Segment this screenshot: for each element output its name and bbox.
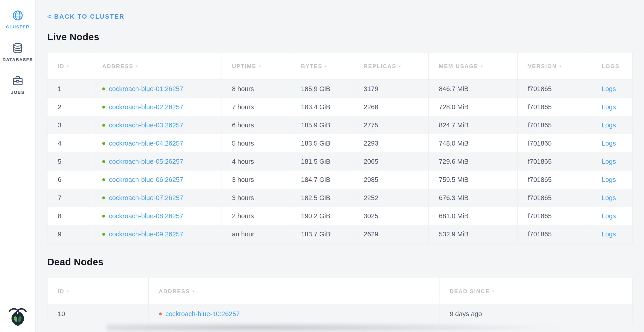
cell-bytes: 181.5 GiB [291,152,354,171]
column-header-label: ADDRESS [102,63,134,69]
live-status-dot-icon [102,142,105,145]
sidebar: CLUSTER DATABASES [0,0,36,332]
cell-value: 2629 [364,231,378,238]
table-row: 2cockroach-blue-02:262577 hours183.4 GiB… [47,98,633,116]
cell-id: 1 [47,80,92,98]
cell-value: 3179 [364,85,378,93]
logs-link[interactable]: Logs [602,194,616,202]
column-header-label: ID [58,288,64,295]
cell-value: 9 [58,231,61,238]
cell-mem: 759.5 MiB [428,171,518,189]
node-address-link[interactable]: cockroach-blue-02:26257 [109,103,183,111]
column-header-id[interactable]: ID▾ [47,278,148,305]
column-header-address[interactable]: ADDRESS▾ [92,53,222,79]
cell-version: f701865 [518,225,592,243]
cell-value: 1 [58,85,61,93]
dead-nodes-table: ID▾ADDRESS▾DEAD SINCE▾10cockroach-blue-1… [47,278,633,323]
sidebar-item-databases[interactable]: DATABASES [0,42,36,62]
logs-link[interactable]: Logs [602,85,616,93]
cell-bytes: 184.7 GiB [291,171,354,189]
table-row: 1cockroach-blue-01:262578 hours185.9 GiB… [47,80,633,98]
column-header-mem[interactable]: MEM USAGE▾ [428,53,518,79]
cell-value: 10 [58,310,65,318]
node-address-link[interactable]: cockroach-blue-10:26257 [166,310,240,318]
node-address-link[interactable]: cockroach-blue-09:26257 [109,231,183,238]
cell-address: cockroach-blue-10:26257 [148,305,440,323]
cell-value: 3 hours [232,194,254,202]
logs-link[interactable]: Logs [602,176,616,183]
sidebar-item-label: JOBS [11,90,24,95]
node-address-link[interactable]: cockroach-blue-08:26257 [109,212,183,220]
cell-value: 184.7 GiB [301,176,330,183]
sort-arrow-icon: ▾ [67,64,69,68]
sidebar-item-cluster[interactable]: CLUSTER [0,9,36,29]
cockroachdb-bug-logo[interactable] [8,307,28,326]
sidebar-item-jobs[interactable]: JOBS [0,74,36,95]
table-header-row: ID▾ADDRESS▾DEAD SINCE▾ [47,278,633,305]
logs-link[interactable]: Logs [602,212,616,220]
node-address-link[interactable]: cockroach-blue-05:26257 [109,158,183,165]
cell-value: f701865 [528,176,552,183]
cell-replicas: 2629 [353,225,428,243]
cell-value: 5 hours [232,140,254,147]
cell-value: 2775 [364,121,378,129]
sort-arrow-icon: ▾ [492,289,494,293]
cell-address: cockroach-blue-04:26257 [92,134,222,152]
cell-value: 2 hours [232,212,254,220]
live-status-dot-icon [102,124,105,127]
main-content: < BACK TO CLUSTER Live Nodes ID▾ADDRESS▾… [36,0,644,323]
logs-link[interactable]: Logs [602,103,616,111]
column-header-uptime[interactable]: UPTIME▾ [222,53,291,79]
column-header-dead_since[interactable]: DEAD SINCE▾ [440,278,633,305]
column-header-label: REPLICAS [364,63,396,69]
node-address-link[interactable]: cockroach-blue-03:26257 [109,121,183,129]
column-header-bytes[interactable]: BYTES▾ [291,53,354,79]
cell-id: 3 [47,116,92,134]
cell-id: 5 [47,152,92,171]
cell-value: f701865 [528,103,552,111]
cell-value: 4 hours [232,158,254,165]
cell-address: cockroach-blue-03:26257 [92,116,222,134]
cell-logs: Logs [591,134,633,152]
cell-value: 9 days ago [450,310,482,318]
logs-link[interactable]: Logs [602,140,616,147]
column-header-address[interactable]: ADDRESS▾ [148,278,440,305]
column-header-version[interactable]: VERSION▾ [518,53,592,79]
logs-link[interactable]: Logs [602,158,616,165]
table-row: 9cockroach-blue-09:26257an hour183.7 GiB… [47,225,633,243]
cell-value: 185.9 GiB [301,85,330,93]
node-address-link[interactable]: cockroach-blue-07:26257 [109,194,183,202]
node-address-link[interactable]: cockroach-blue-06:26257 [109,176,183,183]
table-row: 5cockroach-blue-05:262574 hours181.5 GiB… [47,152,633,171]
cell-value: 846.7 MiB [439,85,468,93]
live-status-dot-icon [102,196,105,199]
column-header-id[interactable]: ID▾ [47,53,92,79]
cell-uptime: 7 hours [222,98,291,116]
back-to-cluster-link[interactable]: < BACK TO CLUSTER [47,13,124,20]
cell-bytes: 185.9 GiB [291,116,354,134]
live-status-dot-icon [102,215,105,218]
cell-value: 183.7 GiB [301,231,330,238]
logs-link[interactable]: Logs [602,231,616,238]
sidebar-nav: CLUSTER DATABASES [0,0,36,107]
cell-logs: Logs [591,98,633,116]
cell-value: 7 [58,194,61,202]
cell-value: 185.9 GiB [301,121,330,129]
sidebar-item-label: CLUSTER [6,24,30,29]
dead-status-dot-icon [159,313,162,316]
cell-value: f701865 [528,85,552,93]
column-header-replicas[interactable]: REPLICAS▾ [353,53,428,79]
live-status-dot-icon [102,233,105,236]
cell-logs: Logs [591,152,633,171]
cell-value: 748.0 MiB [439,140,468,147]
cell-mem: 728.0 MiB [428,98,518,116]
logs-link[interactable]: Logs [602,121,616,129]
table-row: 4cockroach-blue-04:262575 hours183.5 GiB… [47,134,633,152]
cell-bytes: 183.7 GiB [291,225,354,243]
node-address-link[interactable]: cockroach-blue-04:26257 [109,140,183,147]
cell-version: f701865 [518,116,592,134]
cell-version: f701865 [518,152,592,171]
node-address-link[interactable]: cockroach-blue-01:26257 [109,85,183,93]
cell-uptime: 2 hours [222,207,291,225]
column-header-label: ID [58,63,64,69]
